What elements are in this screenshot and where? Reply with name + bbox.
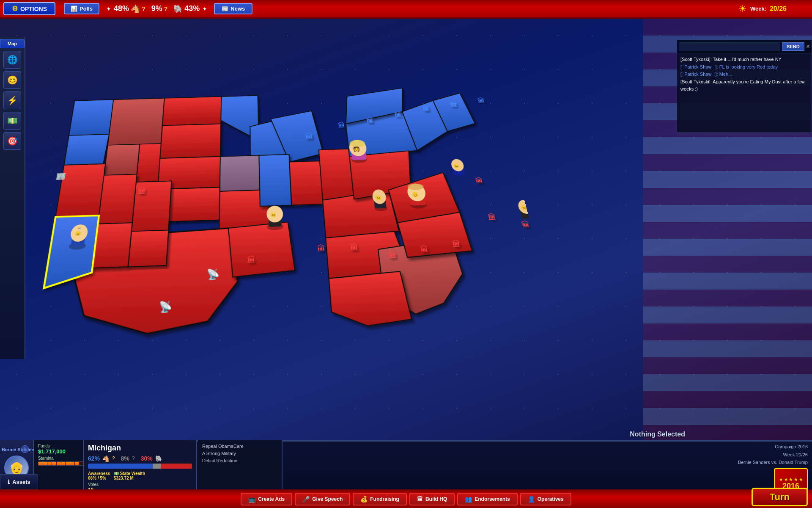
chat-input-row: SEND × <box>677 40 812 53</box>
us-map-container[interactable]: 🏛 🏛 🏛 🏛 🏛 🏛 🏛 🏛 🏛 🏛 🏛 🏛 🏛 🏛 🏛 🏛 🏛 📡 📡 🏢 <box>25 40 533 362</box>
polls-button[interactable]: 📊 Polls <box>64 3 99 14</box>
pm-logo-stars: ★ ★ ★ ★ ★ <box>779 477 803 482</box>
state-mt[interactable] <box>108 98 165 145</box>
building-rep-1: 🏛 <box>137 186 147 195</box>
issue-1[interactable]: Repeal ObamaCare <box>202 444 277 449</box>
character-center1[interactable]: 😐 <box>266 205 284 230</box>
map-tab[interactable]: Map <box>0 39 25 48</box>
dem-question: ? <box>142 6 145 12</box>
candidate-info-button[interactable]: i <box>21 445 29 453</box>
campaign-info: Campaign 2016 Week 20/26 Bernie Sanders … <box>738 443 808 467</box>
state-or[interactable] <box>64 134 109 165</box>
gear-icon: ⚙ <box>12 5 18 13</box>
vote-bar <box>88 464 192 469</box>
sidebar-btn-target[interactable]: 🎯 <box>3 132 21 150</box>
star-icon: ✦ <box>106 6 111 12</box>
character-east2[interactable]: 😐 <box>517 200 535 219</box>
building-dem-5: 🏛 <box>422 105 431 113</box>
build-hq-button[interactable]: 🏛 Build HQ <box>409 493 455 505</box>
building-icon: 🏛 <box>417 496 423 502</box>
campaign-vs: Bernie Sanders vs. Donald Trump <box>738 458 808 467</box>
state-sd[interactable] <box>160 124 221 158</box>
week-display: ☀ Week: 20/26 <box>738 3 787 14</box>
rep-poll: 🐘 43% ✦ <box>173 4 208 14</box>
svg-text:😐: 😐 <box>271 212 277 218</box>
send-button[interactable]: SEND <box>782 42 804 51</box>
dollar-icon: 💵 <box>7 116 18 126</box>
stamina-seg-6 <box>61 462 66 465</box>
character-east1[interactable]: 😐 <box>450 159 466 175</box>
issue-3[interactable]: Deficit Reduction <box>202 458 277 463</box>
chat-messages: [Scott Tykoski]: Take it....I'd much rat… <box>677 53 812 96</box>
state-il[interactable] <box>259 155 292 206</box>
graph-icon: 📊 <box>71 6 77 12</box>
nothing-selected-label: Nothing Selected <box>630 431 685 438</box>
newspaper-icon: 📰 <box>222 6 228 12</box>
assets-label: Assets <box>12 479 30 485</box>
awareness-label: Awareness <box>88 471 110 476</box>
sidebar-btn-dollar[interactable]: 💵 <box>3 112 21 130</box>
map-area: Map 🌐 😊 ⚡ 💵 🎯 <box>0 19 812 508</box>
votes-label: Votes <box>88 482 192 487</box>
fundraising-button[interactable]: 💰 Fundraising <box>353 493 407 505</box>
turn-button[interactable]: Turn <box>752 488 808 506</box>
issue-2[interactable]: A Strong Military <box>202 451 277 456</box>
us-map-svg[interactable]: 🏛 🏛 🏛 🏛 🏛 🏛 🏛 🏛 🏛 🏛 🏛 🏛 🏛 🏛 🏛 🏛 🏛 📡 📡 🏢 <box>0 72 566 378</box>
campaign-week: Week 20/26 <box>738 451 808 459</box>
candidate-icon: 👴 <box>9 461 24 475</box>
chat-input[interactable] <box>679 42 780 51</box>
sun-icon: ☀ <box>738 3 747 14</box>
fundraising-label: Fundraising <box>370 496 399 502</box>
building-rep-4: 🏛 <box>349 243 359 252</box>
ind-question: ? <box>164 6 168 12</box>
state-az[interactable] <box>92 223 132 268</box>
options-button[interactable]: ⚙ OPTIONS <box>3 2 55 15</box>
create-ads-button[interactable]: 📺 Create Ads <box>241 493 292 505</box>
tv-icon: 📺 <box>248 496 255 502</box>
endorsements-button[interactable]: 👥 Endorsements <box>457 493 517 505</box>
top-bar: ⚙ OPTIONS 📊 Polls ✦ 48% 🐴 ? 9% ? 🐘 43% ✦… <box>0 0 812 19</box>
stamina-seg-8 <box>70 462 74 465</box>
vote-rep-bar <box>161 464 192 469</box>
state-ga-al[interactable] <box>329 271 412 327</box>
building-dem-4: 🏛 <box>394 111 403 119</box>
building-dem-6: 🏛 <box>450 101 458 108</box>
svg-text:😐: 😐 <box>375 195 382 200</box>
give-speech-button[interactable]: 🎤 Give Speech <box>295 493 350 505</box>
state-ar-ms[interactable] <box>228 222 295 277</box>
close-chat-button[interactable]: × <box>806 43 810 50</box>
sidebar-btn-face[interactable]: 😊 <box>3 71 21 89</box>
news-button[interactable]: 📰 News <box>214 3 252 14</box>
endorsements-label: Endorsements <box>475 496 510 502</box>
info-icon: ℹ <box>8 479 10 485</box>
operatives-label: Operatives <box>538 496 564 502</box>
vote-unk-bar <box>153 464 161 469</box>
left-sidebar: Map 🌐 😊 ⚡ 💵 🎯 <box>0 37 25 359</box>
sidebar-btn-lightning[interactable]: ⚡ <box>3 91 21 109</box>
state-nm[interactable] <box>128 230 168 267</box>
state-ia[interactable] <box>220 155 260 191</box>
building-rep-8: 🏛 <box>487 213 497 221</box>
stamina-seg-9 <box>75 462 79 465</box>
people-icon: 👥 <box>465 496 472 502</box>
dem-pct: 48% <box>114 4 129 13</box>
state-nv[interactable] <box>98 174 137 224</box>
stamina-bar <box>38 461 89 466</box>
state-in[interactable] <box>289 161 323 205</box>
operatives-button[interactable]: 👤 Operatives <box>520 493 571 505</box>
building-dem-2: 🏛 <box>337 121 346 129</box>
vote-bar-row: 62% 🐴 ? 8% ? 30% 🐘 <box>88 455 192 462</box>
assets-button[interactable]: ℹ Assets <box>0 474 38 489</box>
rep-symbol-small: 🐘 <box>155 455 162 462</box>
bottom-panel: Bernie Sanders i 👴 Issue 7 Ex. 18 Funds … <box>0 440 812 508</box>
sidebar-btn-globe[interactable]: 🌐 <box>3 51 21 69</box>
chat-message-1: [Scott Tykoski]: Take it....I'd much rat… <box>680 56 808 64</box>
satellite-1: 📡 <box>206 268 220 280</box>
stamina-seg-7 <box>66 462 70 465</box>
stamina-seg-5 <box>57 462 61 465</box>
vote-dem-bar <box>88 464 153 469</box>
state-id[interactable] <box>104 144 140 175</box>
news-label: News <box>230 6 245 12</box>
awareness-item: Awareness 66% / 5% <box>88 471 110 480</box>
state-nd[interactable] <box>162 97 221 126</box>
